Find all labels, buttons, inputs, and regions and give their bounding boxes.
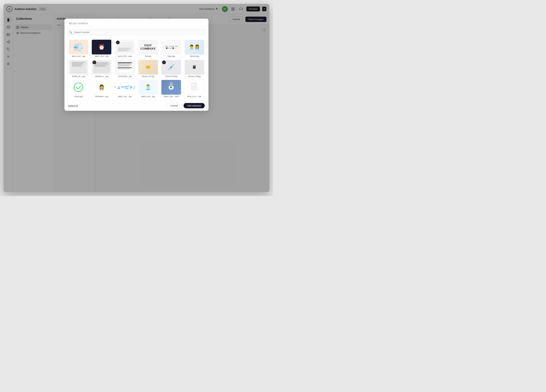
asset-item-c5[interactable]: ▶ alarm_cloc....mp4 xyxy=(160,79,182,98)
modal-footer-buttons: Cancel Add selected xyxy=(166,103,205,109)
asset-item-c2[interactable]: illustration....jpg xyxy=(91,79,113,98)
asset-item-a1[interactable]: 💨 alarm_cloc....jpg xyxy=(67,39,90,58)
modal-add-selected-button[interactable]: Add selected xyxy=(183,103,205,108)
search-input[interactable] xyxy=(67,29,206,35)
asset-name-c2: illustration....jpg xyxy=(95,96,108,97)
asset-item-c3[interactable]: キュービトル alarm_cloc....jpg xyxy=(114,79,136,98)
asset-item-c1[interactable]: check.jpg xyxy=(67,79,90,98)
svg-point-26 xyxy=(74,83,83,92)
asset-item-b1[interactable]: mobile_ph....jpg xyxy=(67,59,90,78)
video-play-icon: ▶ xyxy=(169,85,174,90)
modal-cancel-button[interactable]: Cancel xyxy=(166,103,182,109)
asset-name-c4: alarm_cloc....jpg xyxy=(141,96,155,97)
asset-thumb-b6 xyxy=(185,60,204,75)
asset-thumb-c4 xyxy=(138,80,158,95)
modal-title: SELECT ASSETS xyxy=(69,22,204,25)
asset-item-b5[interactable]: ✓ 💉 infusion_06.jpg xyxy=(160,59,182,78)
asset-thumb-a6 xyxy=(185,40,204,54)
asset-thumb-c3: キュービトル xyxy=(115,80,135,95)
asset-name-b5: infusion_06.jpg xyxy=(165,75,177,77)
asset-thumb-a1: 💨 xyxy=(69,40,88,54)
asset-name-c3: alarm_cloc....jpg xyxy=(118,96,132,97)
asset-thumb-c1 xyxy=(69,80,88,95)
asset-name-b3: screenshot....jpg xyxy=(118,75,131,77)
asset-name-a2: alarm_cloc....jpg xyxy=(95,55,108,57)
app-window: ⊕ Asthma Solution Draft Give feedback ⚑ … xyxy=(4,4,269,192)
japanese-text: キュービトル xyxy=(115,84,135,90)
asset-thumb-a4: FASTCOMPANY xyxy=(138,40,158,54)
asset-name-c1: check.jpg xyxy=(75,96,82,97)
asset-name-c5: alarm_cloc....mp4 xyxy=(164,96,179,97)
modal-overlay[interactable]: SELECT ASSETS 🔍 💨 alarm_cloc....jpg xyxy=(4,4,269,192)
asset-name-b4: infusion_04.jpg xyxy=(142,75,154,77)
asset-item-a3[interactable]: ✓ samd_201....png xyxy=(114,39,136,58)
asset-name-c6: temp_ifu_d....doc xyxy=(187,96,202,97)
asset-thumb-c5: ▶ xyxy=(161,80,181,95)
asset-name-a1: alarm_cloc....jpg xyxy=(72,55,85,57)
asset-thumb-b1 xyxy=(69,60,88,75)
asset-name-b1: mobile_ph....jpg xyxy=(72,75,85,77)
search-icon: 🔍 xyxy=(69,31,72,34)
fast-company-text: FASTCOMPANY xyxy=(141,44,156,50)
asset-thumb-b4 xyxy=(138,60,158,75)
modal-search-wrap: 🔍 xyxy=(67,29,206,35)
select-all-button[interactable]: Select All xyxy=(68,104,78,107)
asset-thumb-a5: fused ✦ parmet AtaS ⬛ loanfed ⬛ —— xyxy=(161,40,181,54)
check-badge-b5: ✓ xyxy=(162,61,166,64)
asset-item-b4[interactable]: infusion_04.jpg xyxy=(137,59,159,78)
asset-item-b2[interactable]: ✓ desktop_a....jpg xyxy=(91,59,113,78)
asset-thumb-c2 xyxy=(92,80,111,95)
asset-item-c6[interactable]: temp_ifu_d....doc xyxy=(183,79,206,98)
asset-thumb-a3: ✓ xyxy=(115,40,135,54)
asset-thumb-c6 xyxy=(185,80,204,95)
asset-name-b6: infusion_08.jpg xyxy=(188,75,201,77)
asset-item-c4[interactable]: alarm_cloc....jpg xyxy=(137,79,159,98)
asset-item-a6[interactable]: doctors.jpg xyxy=(183,39,206,58)
asset-thumb-b3 xyxy=(115,60,135,75)
modal-search-row: 🔍 xyxy=(65,27,208,38)
asset-name-a6: doctors.jpg xyxy=(190,55,199,57)
asset-item-a5[interactable]: fused ✦ parmet AtaS ⬛ loanfed ⬛ —— logos… xyxy=(160,39,182,58)
asset-item-a2[interactable]: alarm_cloc....jpg xyxy=(91,39,113,58)
asset-thumb-b2: ✓ xyxy=(92,60,111,75)
asset-thumb-b5: ✓ 💉 xyxy=(161,60,181,75)
asset-item-b3[interactable]: screenshot....jpg xyxy=(114,59,136,78)
asset-grid: 💨 alarm_cloc....jpg alarm_cloc....jpg ✓ xyxy=(65,38,208,100)
asset-name-a3: samd_201....png xyxy=(118,55,132,57)
asset-item-b6[interactable]: infusion_08.jpg xyxy=(183,59,206,78)
asset-item-a4[interactable]: FASTCOMPANY fast.jpg xyxy=(137,39,159,58)
select-assets-modal: SELECT ASSETS 🔍 💨 alarm_cloc....jpg xyxy=(65,19,208,111)
asset-name-a5: logos.jpg xyxy=(168,55,175,57)
modal-footer: Select All Cancel Add selected xyxy=(65,100,208,111)
asset-thumb-a2 xyxy=(92,40,111,54)
asset-name-a4: fast.jpg xyxy=(145,55,151,57)
modal-header: SELECT ASSETS xyxy=(65,19,208,27)
asset-name-b2: desktop_a....jpg xyxy=(95,75,108,77)
